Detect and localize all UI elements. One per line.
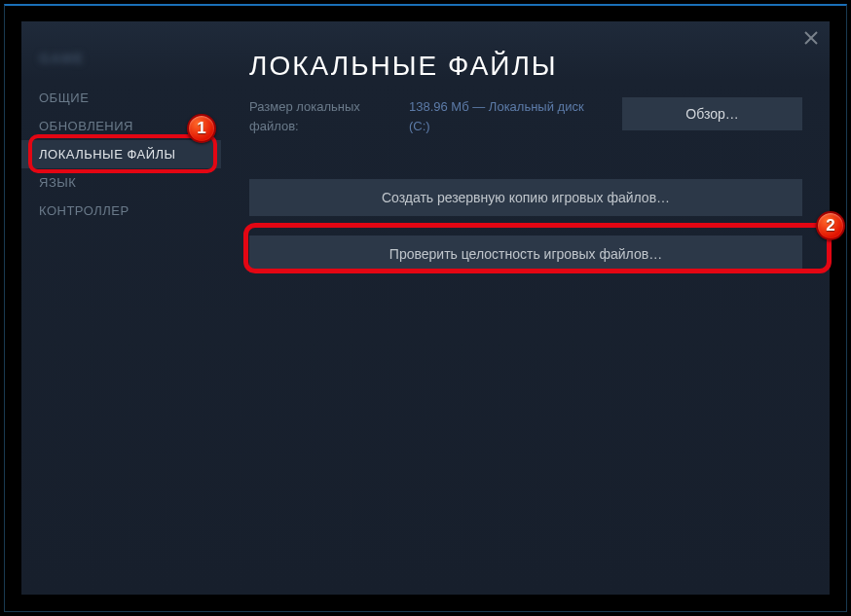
backup-files-button[interactable]: Создать резервную копию игровых файлов… [249,179,802,216]
annotation-marker-1: 1 [187,114,216,143]
page-title: ЛОКАЛЬНЫЕ ФАЙЛЫ [249,51,802,82]
file-size-value[interactable]: 138.96 Мб — Локальный диск (C:) [409,97,599,135]
file-size-row: Размер локальных файлов: 138.96 Мб — Лок… [249,97,802,135]
content-panel: ЛОКАЛЬНЫЕ ФАЙЛЫ Размер локальных файлов:… [249,51,802,292]
annotation-marker-2: 2 [816,211,845,240]
close-button[interactable] [804,31,818,45]
nav-item-language[interactable]: ЯЗЫК [21,168,221,197]
verify-files-button[interactable]: Проверить целостность игровых файлов… [249,236,802,272]
nav-item-general[interactable]: ОБЩИЕ [21,84,221,112]
close-icon [804,31,818,45]
file-size-label: Размер локальных файлов: [249,97,386,135]
settings-sidebar: ОБЩИЕ ОБНОВЛЕНИЯ ЛОКАЛЬНЫЕ ФАЙЛЫ ЯЗЫК КО… [21,84,221,225]
browse-button[interactable]: Обзор… [622,97,802,130]
properties-dialog: GAME ОБЩИЕ ОБНОВЛЕНИЯ ЛОКАЛЬНЫЕ ФАЙЛЫ ЯЗ… [21,21,830,595]
nav-item-local-files[interactable]: ЛОКАЛЬНЫЕ ФАЙЛЫ [21,140,221,168]
game-title-label: GAME [39,51,84,66]
nav-item-controller[interactable]: КОНТРОЛЛЕР [21,197,221,225]
